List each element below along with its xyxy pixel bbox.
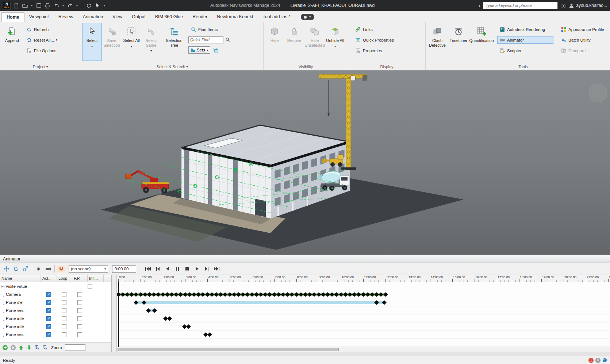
checkbox-loop[interactable] (62, 324, 66, 329)
tab-review[interactable]: Review (54, 12, 78, 22)
column-header-pingpong[interactable]: P.P. (72, 275, 88, 282)
checkbox-loop[interactable] (62, 316, 66, 321)
checkbox-act[interactable] (46, 324, 51, 329)
save-selection-button[interactable]: Save Selection (102, 23, 122, 61)
animation-bar[interactable] (136, 301, 384, 304)
zoom-out-button[interactable] (42, 344, 49, 351)
status-badge-red[interactable]: 1 (588, 358, 594, 363)
rewind-to-start-button[interactable] (143, 265, 152, 273)
sets-dropdown[interactable]: Sets ▾ (188, 46, 210, 54)
clash-detective-button[interactable]: Clash Detective (427, 23, 448, 61)
tab-view[interactable]: View (108, 12, 127, 22)
column-header-loop[interactable]: Loop (57, 275, 72, 282)
redo-icon[interactable] (67, 2, 73, 9)
append-button[interactable]: Append (1, 23, 23, 61)
tree-collapse-icon[interactable]: − (1, 285, 4, 288)
checkbox-pp[interactable] (77, 316, 82, 321)
checkbox-infi[interactable] (88, 284, 92, 289)
visibility-group-label[interactable]: Visibility (264, 63, 348, 70)
stop-button[interactable] (183, 265, 192, 273)
search-binoculars-icon[interactable] (560, 2, 567, 9)
animator-button[interactable]: Animator (497, 36, 553, 44)
animator-tree-row[interactable]: Caméra (0, 290, 111, 298)
reset-all-caret-icon[interactable]: ▾ (56, 38, 57, 42)
checkbox-loop[interactable] (62, 300, 66, 305)
move-down-button[interactable] (26, 344, 32, 351)
timeline-scrollbar[interactable] (117, 347, 610, 352)
quick-find-input[interactable] (188, 36, 223, 43)
find-items-button[interactable]: Find Items (188, 26, 231, 33)
scripter-button[interactable]: Scripter (497, 47, 553, 54)
tab-home[interactable]: Home (1, 12, 24, 22)
3d-viewport[interactable]: ABCDE (0, 70, 610, 255)
appearance-profiler-button[interactable]: Appearance Profile (559, 26, 610, 33)
links-button[interactable]: Links (353, 26, 396, 33)
checkbox-act[interactable] (46, 332, 51, 337)
open-file-icon[interactable] (22, 2, 28, 9)
timeline-ruler[interactable]: 0:001:00.002:00.003:00.004:00.005:00.006… (117, 275, 610, 282)
tab-bim-360-glue[interactable]: BIM 360 Glue (150, 12, 188, 22)
animator-tree-row[interactable]: Porte ves (0, 306, 111, 314)
checkbox-loop[interactable] (62, 332, 66, 337)
step-back-button[interactable] (153, 265, 162, 273)
checkbox-act[interactable] (46, 292, 51, 297)
translate-animation-set-button[interactable] (2, 265, 11, 273)
file-options-button[interactable]: File Options (24, 47, 59, 54)
select-caret-icon[interactable]: ▾ (91, 44, 93, 49)
print-icon[interactable] (44, 2, 51, 9)
select-search-group-label[interactable]: Select & Search▾ (81, 63, 263, 70)
keyframe[interactable] (207, 332, 212, 337)
add-button[interactable] (1, 344, 8, 351)
column-header-active[interactable]: Act... (41, 275, 57, 282)
display-group-label[interactable]: Display (348, 63, 425, 70)
refresh-icon[interactable] (85, 2, 92, 9)
play-backwards-button[interactable] (163, 265, 172, 273)
animator-tree-row[interactable]: Porte inté (0, 322, 111, 330)
unhide-all-button[interactable]: Unhide All ▾ (325, 23, 345, 61)
require-button[interactable]: Require (284, 23, 304, 61)
pause-button[interactable] (173, 265, 182, 273)
navigation-wheel-hint[interactable] (589, 84, 607, 102)
tab-tool-add-ins-1[interactable]: Tool add-ins 1 (258, 12, 296, 22)
checkbox-act[interactable] (46, 300, 51, 305)
select-all-button[interactable]: Select All ▾ (122, 23, 141, 61)
hide-unselected-button[interactable]: Hide Unselected (304, 23, 325, 61)
column-header-name[interactable]: Name (0, 275, 41, 282)
play-button[interactable] (192, 265, 202, 273)
zoom-in-button[interactable] (34, 344, 41, 351)
animator-tree-row[interactable]: −Visite virtue (0, 282, 111, 290)
move-up-button[interactable] (18, 344, 24, 351)
status-sphere-icon[interactable] (602, 358, 607, 363)
animate-camera-button[interactable] (44, 265, 52, 273)
tools-group-label[interactable]: Tools (426, 63, 610, 70)
toggle-snapping-button[interactable] (57, 265, 65, 273)
qat-customize-icon[interactable]: ▾ (103, 4, 106, 7)
quick-find-button[interactable] (224, 36, 231, 43)
delete-button[interactable] (9, 344, 16, 351)
select-same-button[interactable]: Select Same ▾ (141, 23, 161, 61)
project-group-label[interactable]: Project▾ (0, 63, 81, 70)
select-tool-icon[interactable] (94, 2, 101, 9)
tab-animation[interactable]: Animation (78, 12, 108, 22)
ribbon-display-toggle[interactable]: ▾ (301, 14, 314, 20)
select-button[interactable]: Select ▾ (82, 23, 102, 61)
new-file-icon[interactable] (13, 2, 19, 9)
select-all-caret-icon[interactable]: ▾ (131, 44, 132, 49)
animator-tree-row[interactable]: Porte d'e (0, 298, 111, 306)
search-input[interactable] (483, 2, 558, 9)
timeline-scrollbar-thumb[interactable] (118, 348, 339, 351)
manage-sets-button[interactable] (212, 46, 219, 54)
checkbox-pp[interactable] (77, 308, 82, 313)
select-same-caret-icon[interactable]: ▾ (150, 49, 152, 54)
panel-splitter[interactable] (112, 275, 117, 352)
infocenter-collapse-icon[interactable]: ▸ (479, 4, 481, 8)
timeliner-button[interactable]: TimeLiner (448, 23, 469, 61)
checkbox-pp[interactable] (77, 324, 82, 329)
step-forward-button[interactable] (202, 265, 211, 273)
tab-viewpoint[interactable]: Viewpoint (24, 12, 54, 22)
fast-forward-to-end-button[interactable] (212, 265, 221, 273)
selection-tree-button[interactable]: Selection Tree (163, 23, 185, 61)
app-icon[interactable]: N MAN (3, 2, 11, 9)
compare-button[interactable]: Compare (559, 47, 610, 54)
checkbox-pp[interactable] (77, 292, 82, 297)
